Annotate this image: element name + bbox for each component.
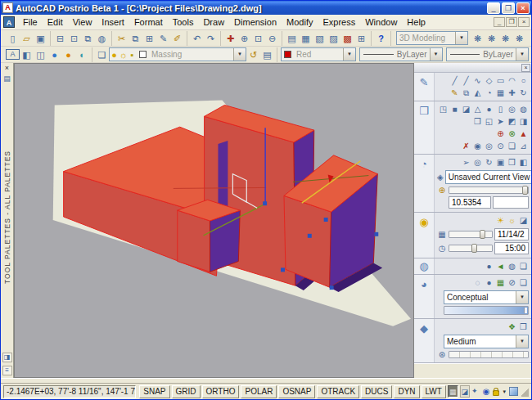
zoom-previous-button[interactable]: ⊖ xyxy=(265,32,279,45)
plot-button[interactable]: ⊟ xyxy=(53,32,67,45)
render-tab[interactable]: ◆ xyxy=(414,319,435,362)
resize-grip[interactable] xyxy=(521,387,529,397)
help-button[interactable]: ? xyxy=(374,32,388,45)
polar-toggle[interactable]: POLAR xyxy=(241,385,277,398)
workspace-gear-icon-1[interactable]: ❋ xyxy=(471,32,485,45)
grip-point[interactable] xyxy=(308,234,312,238)
date-slider[interactable] xyxy=(449,231,493,238)
layer-lock-icon[interactable]: ▪ xyxy=(128,48,137,61)
grip-point[interactable] xyxy=(330,285,334,290)
move-button[interactable]: ✚ xyxy=(507,88,517,98)
communication-center-icon[interactable]: ◉ xyxy=(483,387,490,396)
conceptual-style-button[interactable]: ● xyxy=(61,48,75,61)
model-space-button[interactable]: ▦ xyxy=(448,385,458,398)
palette-menu-icon[interactable]: ≡ xyxy=(2,366,12,375)
date-field[interactable]: 11/14/2 xyxy=(494,228,529,240)
palette-autohide-icon[interactable]: ◨ xyxy=(2,353,12,362)
box-button[interactable]: ■ xyxy=(449,104,460,115)
menu-window[interactable]: Window xyxy=(360,16,402,29)
zoom-slider[interactable] xyxy=(449,187,529,194)
palette-close-icon[interactable]: × xyxy=(5,64,9,72)
swivel-button[interactable]: ↻ xyxy=(484,157,494,168)
line-button[interactable]: ╱ xyxy=(449,75,460,86)
restore-button[interactable]: ❐ xyxy=(502,2,515,14)
polysolid-button[interactable]: ❒ xyxy=(472,116,483,127)
linetype-combo[interactable]: ByLayer ▼ xyxy=(359,47,443,61)
materials-editor-button[interactable]: ● xyxy=(484,261,494,272)
ducs-toggle[interactable]: DUCS xyxy=(361,385,392,398)
menu-tools[interactable]: Tools xyxy=(168,16,199,29)
markup-button[interactable]: ▩ xyxy=(340,32,354,45)
menu-dimension[interactable]: Dimension xyxy=(229,16,282,29)
tool-palettes-button[interactable]: ▧ xyxy=(313,32,327,45)
shade-slider[interactable] xyxy=(444,306,529,315)
cone-button[interactable]: △ xyxy=(472,104,483,115)
layer-combo[interactable]: ● ☼ ▪ Massing ▼ xyxy=(109,47,246,61)
union-button[interactable]: ◉ xyxy=(472,141,483,151)
designcenter-button[interactable]: ▦ xyxy=(299,32,313,45)
coordinate-readout[interactable]: -2.1467E+03, 77'-8 11/16", 147'-1 7/8" xyxy=(3,385,136,398)
vs-hidden-button[interactable]: ▦ xyxy=(495,277,506,288)
menu-insert[interactable]: Insert xyxy=(97,16,129,29)
erase-button[interactable]: ✎ xyxy=(449,88,460,98)
polygon-button[interactable]: ◇ xyxy=(484,75,494,86)
vs-realistic-button[interactable]: ⊘ xyxy=(507,277,517,288)
render-quality-slider[interactable] xyxy=(449,351,529,358)
save-button[interactable]: ▣ xyxy=(34,32,47,45)
toolbar-lock-icon[interactable] xyxy=(493,390,499,396)
parallel-button[interactable]: ❒ xyxy=(507,157,517,168)
vs-3d-wireframe-button[interactable]: ● xyxy=(484,277,494,288)
view-restore-icon[interactable]: ◈ xyxy=(437,173,444,182)
menu-view[interactable]: View xyxy=(68,16,97,29)
layer-on-icon[interactable]: ● xyxy=(110,48,119,61)
mdi-close-button[interactable]: × xyxy=(518,17,530,27)
point-light-button[interactable]: ☀ xyxy=(495,215,506,226)
fillet-button[interactable]: ◔ xyxy=(484,88,494,98)
dropdown-arrow-icon[interactable]: ▼ xyxy=(516,335,528,348)
menu-express[interactable]: Express xyxy=(318,16,360,29)
tool-palettes-strip[interactable]: × ▤ TOOL PALETTES - ALL PALETTES ◨ ≡ xyxy=(1,63,14,378)
mdi-restore-button[interactable]: ❐ xyxy=(506,17,517,27)
visual-style-tab[interactable]: ◕ xyxy=(414,275,435,318)
render-settings-button[interactable]: ❒ xyxy=(518,321,529,332)
perspective-button[interactable]: ◧ xyxy=(518,157,529,168)
render-output-icon[interactable]: ⊛ xyxy=(437,350,447,359)
section-button[interactable]: ⊿ xyxy=(518,141,529,151)
date-slider-thumb[interactable] xyxy=(480,230,485,239)
menu-draw[interactable]: Draw xyxy=(198,16,229,29)
rotate-button[interactable]: ↻ xyxy=(518,88,529,98)
menu-edit[interactable]: Edit xyxy=(43,16,68,29)
mirror-button[interactable]: ◭ xyxy=(472,88,483,98)
properties-button[interactable]: ▤ xyxy=(285,32,299,45)
pan-button[interactable]: ✚ xyxy=(223,32,237,45)
rectangle-button[interactable]: ▭ xyxy=(495,75,506,86)
layer-states-button[interactable]: ▤ xyxy=(260,48,274,61)
render-button[interactable]: ❖ xyxy=(507,321,517,332)
visual-style-combo[interactable]: Conceptual ▼ xyxy=(444,290,529,304)
palette-properties-icon[interactable]: ▤ xyxy=(3,74,11,83)
wedge-button[interactable]: ◪ xyxy=(461,104,471,115)
torus-button[interactable]: ◎ xyxy=(507,104,517,115)
tray-settings-arrow-icon[interactable]: ▾ xyxy=(503,389,506,395)
subtract-button[interactable]: ◎ xyxy=(484,141,494,151)
dropdown-arrow-icon[interactable]: ▼ xyxy=(516,48,528,61)
slice-button[interactable]: ❏ xyxy=(507,141,517,151)
dropdown-arrow-icon[interactable]: ▼ xyxy=(233,48,246,61)
new-button[interactable]: ▯ xyxy=(6,32,20,45)
layer-previous-button[interactable]: ↺ xyxy=(246,48,260,61)
copy-icon[interactable]: ⧉ xyxy=(128,32,142,45)
sphere-button[interactable]: ● xyxy=(484,104,494,115)
mdi-minimize-button[interactable]: _ xyxy=(494,17,505,27)
orbit-button[interactable]: ◎ xyxy=(472,157,483,168)
dashboard-close-icon[interactable]: × xyxy=(521,64,530,72)
minimize-button[interactable]: _ xyxy=(487,2,500,14)
array-button[interactable]: ▦ xyxy=(495,88,506,98)
time-slider[interactable] xyxy=(449,245,493,252)
wireframe-style-button[interactable]: ◫ xyxy=(34,48,47,61)
close-button[interactable]: × xyxy=(516,2,530,14)
material-attach-button[interactable]: ❏ xyxy=(518,261,529,272)
shadows-button[interactable]: ◪ xyxy=(518,215,529,226)
zoom-slider-thumb[interactable] xyxy=(522,186,528,195)
text-style-button[interactable]: A xyxy=(6,49,20,60)
apply-material-button[interactable]: ◄ xyxy=(495,261,506,272)
